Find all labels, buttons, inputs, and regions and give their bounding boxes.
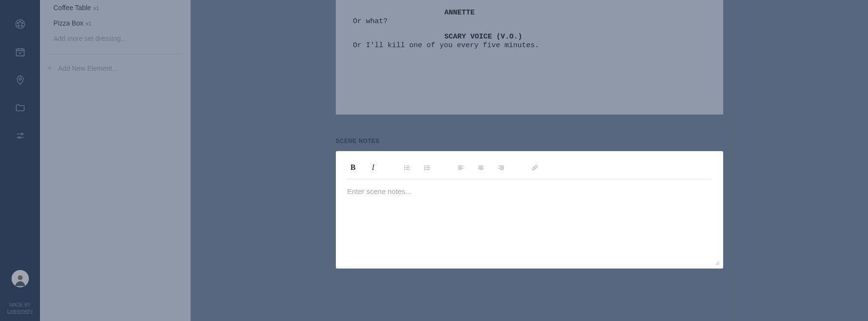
made-by-brand[interactable]: Leanometry xyxy=(0,308,40,314)
add-new-element-button[interactable]: + Add New Element... xyxy=(50,54,181,73)
align-left-button[interactable] xyxy=(455,162,467,173)
notes-toolbar: B I xyxy=(347,162,712,180)
made-by-label: MADE BY xyxy=(0,302,40,308)
element-item[interactable]: Pizza Box x1 xyxy=(50,15,181,31)
element-label: Pizza Box xyxy=(53,19,83,27)
svg-point-13 xyxy=(424,169,425,169)
svg-point-2 xyxy=(22,23,23,24)
plus-icon: + xyxy=(47,63,52,73)
element-label: Coffee Table xyxy=(53,4,91,12)
add-more-input[interactable]: Add more set dressing... xyxy=(50,31,181,50)
dialogue-line: Or what? xyxy=(353,17,706,26)
character-name: ANNETTE xyxy=(445,9,706,17)
ordered-list-button[interactable] xyxy=(401,162,413,173)
align-right-button[interactable] xyxy=(496,162,507,173)
made-by-credit: MADE BY Leanometry xyxy=(0,302,40,314)
element-item[interactable]: Coffee Table x1 xyxy=(50,0,181,15)
svg-point-12 xyxy=(424,167,425,167)
nav-reel-icon[interactable] xyxy=(11,14,30,34)
user-avatar[interactable] xyxy=(12,270,29,287)
svg-point-1 xyxy=(19,21,21,22)
svg-point-10 xyxy=(18,275,23,280)
notes-textarea[interactable]: Enter scene notes... xyxy=(347,180,712,259)
elements-panel: Coffee Table x1 Pizza Box x1 Add more se… xyxy=(40,0,191,321)
nav-folder-icon[interactable] xyxy=(11,98,30,117)
scene-notes-card: B I xyxy=(336,151,723,269)
left-nav-rail: MADE BY Leanometry xyxy=(0,0,40,321)
svg-point-5 xyxy=(17,23,18,24)
nav-calendar-icon[interactable] xyxy=(11,42,30,62)
script-page: ANNETTE Or what? SCARY VOICE (V.O.) Or I… xyxy=(336,0,723,115)
svg-rect-6 xyxy=(16,49,24,56)
align-center-button[interactable] xyxy=(475,162,487,173)
scene-notes-label: SCENE NOTES xyxy=(336,138,723,144)
add-new-label: Add New Element... xyxy=(58,64,118,72)
nav-location-icon[interactable] xyxy=(11,70,30,90)
element-qty: x1 xyxy=(86,21,91,26)
eraser-button[interactable] xyxy=(529,162,541,173)
bold-button[interactable]: B xyxy=(347,162,359,173)
main-content: ANNETTE Or what? SCARY VOICE (V.O.) Or I… xyxy=(191,0,868,321)
resize-handle[interactable] xyxy=(714,259,719,265)
svg-point-8 xyxy=(21,133,23,135)
dialogue-line: Or I'll kill one of you every five minut… xyxy=(353,41,706,50)
unordered-list-button[interactable] xyxy=(421,162,433,173)
element-qty: x1 xyxy=(93,5,99,11)
svg-point-7 xyxy=(19,78,21,80)
svg-point-11 xyxy=(424,166,425,166)
italic-button[interactable]: I xyxy=(368,162,379,173)
character-name: SCARY VOICE (V.O.) xyxy=(445,33,706,41)
svg-point-9 xyxy=(18,137,20,139)
svg-point-4 xyxy=(18,25,19,26)
svg-point-3 xyxy=(21,25,22,26)
nav-sliders-icon[interactable] xyxy=(11,126,30,145)
